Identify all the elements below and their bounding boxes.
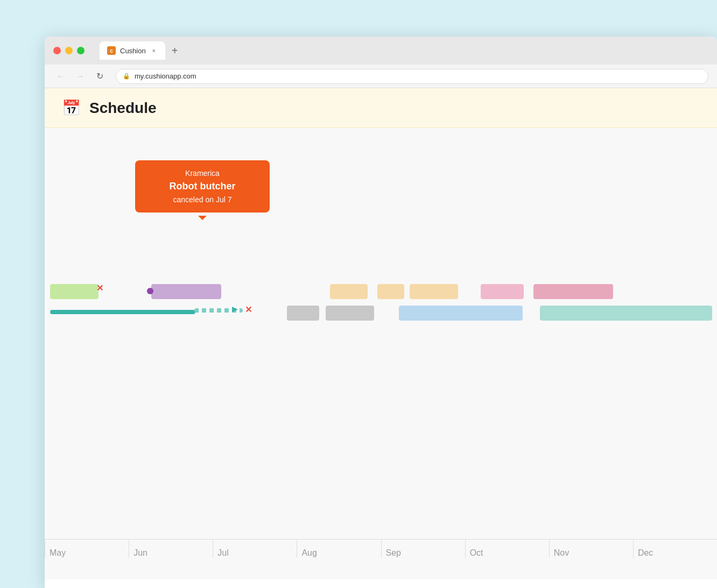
new-tab-button[interactable]: + bbox=[167, 43, 182, 58]
gantt-bar-gray-1[interactable] bbox=[287, 306, 319, 321]
tab-favicon: c bbox=[107, 46, 116, 55]
gantt-bar-mint[interactable] bbox=[540, 306, 712, 321]
gantt-bar-purple[interactable] bbox=[151, 284, 221, 299]
traffic-lights bbox=[53, 47, 85, 54]
gantt-bar-orange-1[interactable] bbox=[330, 284, 368, 299]
month-axis: May Jun Jul Aug Sep Oct Nov Dec bbox=[45, 539, 717, 558]
back-button[interactable]: ← bbox=[53, 69, 68, 84]
address-bar: ← → ↻ 🔒 my.cushionapp.com bbox=[45, 65, 717, 88]
x-marker-green: ✕ bbox=[96, 283, 103, 293]
minimize-button[interactable] bbox=[65, 47, 73, 54]
title-bar: c Cushion × + bbox=[45, 37, 717, 65]
tab-bar: c Cushion × + bbox=[100, 41, 182, 60]
forward-button[interactable]: → bbox=[73, 69, 88, 84]
tooltip-project: Robot butcher bbox=[148, 181, 257, 192]
active-tab[interactable]: c Cushion × bbox=[100, 41, 165, 60]
page-content: 📅 Schedule Kramerica Robot butcher cance… bbox=[45, 88, 717, 588]
tab-close-button[interactable]: × bbox=[150, 47, 158, 54]
month-aug: Aug bbox=[297, 540, 381, 558]
schedule-area: Kramerica Robot butcher canceled on Jul … bbox=[45, 128, 717, 579]
gantt-bar-blue[interactable] bbox=[399, 306, 523, 321]
page-header: 📅 Schedule bbox=[45, 88, 717, 128]
x-marker-teal: ✕ bbox=[245, 304, 252, 315]
month-may: May bbox=[45, 540, 129, 558]
gantt-bar-orange-3[interactable] bbox=[410, 284, 458, 299]
refresh-button[interactable]: ↻ bbox=[92, 69, 107, 84]
url-text: my.cushionapp.com bbox=[135, 72, 196, 80]
month-jul: Jul bbox=[213, 540, 297, 558]
gantt-bar-green[interactable] bbox=[50, 284, 99, 299]
month-sep: Sep bbox=[381, 540, 465, 558]
month-dec: Dec bbox=[633, 540, 717, 558]
dot-marker-purple bbox=[147, 288, 153, 294]
lock-icon: 🔒 bbox=[123, 73, 130, 80]
tab-title: Cushion bbox=[120, 47, 146, 55]
nav-buttons: ← → ↻ bbox=[53, 69, 107, 84]
project-tooltip: Kramerica Robot butcher canceled on Jul … bbox=[135, 160, 270, 212]
gantt-bar-teal-solid[interactable] bbox=[50, 310, 195, 314]
browser-window: c Cushion × + ← → ↻ 🔒 my.cushionapp.com … bbox=[45, 37, 717, 588]
maximize-button[interactable] bbox=[77, 47, 85, 54]
tooltip-client: Kramerica bbox=[148, 169, 257, 178]
arrow-marker-teal: ▶ bbox=[232, 304, 238, 313]
close-button[interactable] bbox=[53, 47, 61, 54]
month-nov: Nov bbox=[549, 540, 633, 558]
gantt-bar-gray-2[interactable] bbox=[326, 306, 374, 321]
calendar-icon: 📅 bbox=[62, 99, 81, 117]
gantt-bar-pink-2[interactable] bbox=[533, 284, 613, 299]
month-jun: Jun bbox=[129, 540, 213, 558]
tooltip-status: canceled on Jul 7 bbox=[148, 195, 257, 204]
gantt-bar-pink-1[interactable] bbox=[481, 284, 524, 299]
gantt-bar-orange-2[interactable] bbox=[377, 284, 404, 299]
page-title: Schedule bbox=[89, 100, 156, 117]
month-oct: Oct bbox=[465, 540, 549, 558]
url-bar[interactable]: 🔒 my.cushionapp.com bbox=[116, 69, 708, 84]
